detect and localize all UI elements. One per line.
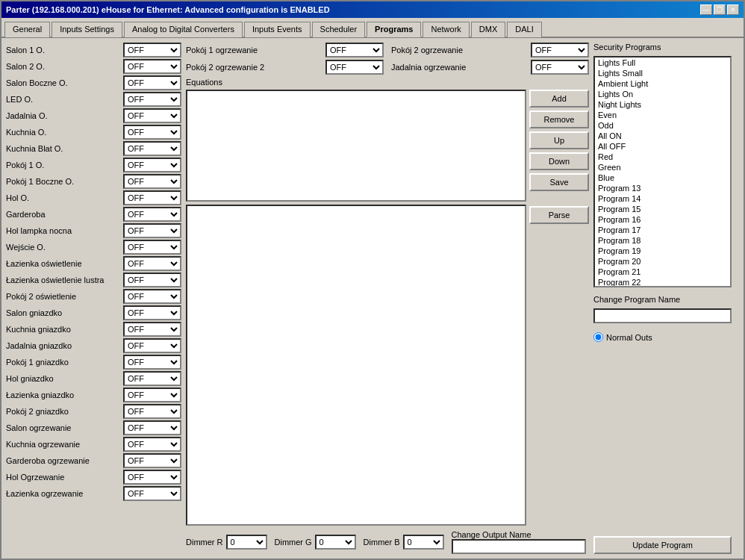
salon-boczne-dropdown[interactable]: OFF (123, 75, 181, 90)
list-item[interactable]: Program 18 (595, 235, 730, 246)
tab-network[interactable]: Network (423, 22, 469, 37)
close-button[interactable]: ✕ (727, 4, 739, 15)
hol-lampka-dropdown[interactable]: OFF (123, 223, 181, 238)
list-item: Salon gniazdko OFF (6, 305, 181, 320)
equations-textarea[interactable] (187, 91, 525, 200)
list-item[interactable]: Program 19 (595, 246, 730, 256)
garderoba-dropdown[interactable]: OFF (123, 207, 181, 222)
parse-textarea[interactable] (187, 206, 525, 524)
parse-text-area[interactable] (186, 205, 526, 526)
jadalnia-ogrz-row: Jadalnia ogrzewanie OFF (391, 60, 589, 75)
pokoj2-gniazdko-dropdown[interactable]: OFF (123, 404, 181, 419)
tab-inputs-events[interactable]: Inputs Events (244, 22, 311, 37)
list-item[interactable]: Program 20 (595, 256, 730, 267)
update-program-button[interactable]: Update Program (593, 536, 732, 554)
minimize-button[interactable]: — (700, 4, 712, 15)
jadalnia-gniazdko-dropdown[interactable]: OFF (123, 338, 181, 353)
list-item: Hol O. OFF (6, 190, 181, 205)
change-output-input[interactable] (452, 539, 586, 554)
tab-analog[interactable]: Analog to Digital Converters (124, 22, 243, 37)
list-item: Kuchnia Blat O. OFF (6, 141, 181, 156)
salon-ogrz-dropdown[interactable]: OFF (123, 420, 181, 435)
right-panel: Security Programs Lights Full Lights Sma… (593, 43, 739, 554)
tab-dali[interactable]: DALI (507, 22, 541, 37)
window-title: Parter (192.168.000.201) eHouse for Ethe… (6, 5, 330, 14)
content-area: Salon 1 O. OFF Salon 2 O. OFF Salon Bocz… (1, 38, 744, 559)
kuchnia-blat-dropdown[interactable]: OFF (123, 141, 181, 156)
list-item[interactable]: Blue (595, 172, 730, 183)
salon2-dropdown[interactable]: OFF (123, 59, 181, 74)
add-button[interactable]: Add (529, 90, 589, 108)
salon1-dropdown[interactable]: OFF (123, 43, 181, 57)
lazienka-oswiet-dropdown[interactable]: OFF (123, 256, 181, 271)
kuchnia-dropdown[interactable]: OFF (123, 125, 181, 140)
jadalnia-dropdown[interactable]: OFF (123, 108, 181, 123)
pokoj1-ogrz-dropdown[interactable]: OFF (325, 43, 384, 57)
pokoj2-oswiet-dropdown[interactable]: OFF (123, 289, 181, 304)
change-output-group: Change Output Name (452, 530, 586, 554)
tab-inputs-settings[interactable]: Inputs Settings (52, 22, 122, 37)
list-item[interactable]: Lights Full (595, 57, 730, 68)
tab-programs[interactable]: Programs (367, 22, 421, 37)
list-item[interactable]: All ON (595, 131, 730, 141)
list-item[interactable]: Even (595, 110, 730, 120)
hol-dropdown[interactable]: OFF (123, 190, 181, 205)
pokoj1-gniazdko-dropdown[interactable]: OFF (123, 355, 181, 370)
dimmer-g-group: Dimmer G 0 (275, 535, 356, 550)
up-button[interactable]: Up (529, 131, 589, 149)
lazienka-lustra-dropdown[interactable]: OFF (123, 273, 181, 287)
lazienka-ogrz-dropdown[interactable]: OFF (123, 486, 181, 501)
pokoj1-dropdown[interactable]: OFF (123, 158, 181, 172)
list-item: Łazienka oświetlenie lustra OFF (6, 273, 181, 287)
list-item[interactable]: Program 14 (595, 193, 730, 204)
list-item[interactable]: Night Lights (595, 99, 730, 110)
equations-box[interactable] (186, 90, 526, 202)
dimmer-b-select[interactable]: 0 (403, 535, 444, 550)
list-item[interactable]: Lights Small (595, 68, 730, 78)
kuchnia-gniazdko-dropdown[interactable]: OFF (123, 322, 181, 337)
list-item[interactable]: Program 22 (595, 277, 730, 287)
list-item[interactable]: Program 13 (595, 183, 730, 193)
list-item[interactable]: Lights On (595, 89, 730, 99)
wejscie-dropdown[interactable]: OFF (123, 240, 181, 255)
normal-outs-radio[interactable] (593, 332, 603, 342)
kuchnia-ogrz-dropdown[interactable]: OFF (123, 437, 181, 452)
list-item[interactable]: Program 15 (595, 204, 730, 214)
dimmer-r-group: Dimmer R 0 (186, 535, 267, 550)
list-item: Hol gniazdko OFF (6, 371, 181, 386)
list-item[interactable]: Odd (595, 120, 730, 131)
lazienka-gniazdko-dropdown[interactable]: OFF (123, 388, 181, 402)
hol-gniazdko-dropdown[interactable]: OFF (123, 371, 181, 386)
save-button[interactable]: Save (529, 173, 589, 191)
salon-gniazdko-dropdown[interactable]: OFF (123, 305, 181, 320)
tab-general[interactable]: General (4, 22, 50, 37)
hol-ogrz-dropdown[interactable]: OFF (123, 470, 181, 485)
jadalnia-ogrz-dropdown[interactable]: OFF (531, 60, 589, 75)
security-programs-list[interactable]: Lights Full Lights Small Ambient Light L… (593, 56, 732, 287)
list-item: LED O. OFF (6, 92, 181, 107)
pokoj2-ogrz-dropdown[interactable]: OFF (531, 43, 589, 57)
list-item[interactable]: All OFF (595, 141, 730, 152)
list-item[interactable]: Program 17 (595, 225, 730, 235)
list-item[interactable]: Red (595, 152, 730, 162)
dimmer-g-select[interactable]: 0 (315, 535, 356, 550)
list-item[interactable]: Ambient Light (595, 78, 730, 89)
garderoba-ogrz-dropdown[interactable]: OFF (123, 453, 181, 468)
list-item: Łazienka ogrzewanie OFF (6, 486, 181, 501)
remove-button[interactable]: Remove (529, 111, 589, 128)
tab-dmx[interactable]: DMX (471, 22, 505, 37)
down-button[interactable]: Down (529, 152, 589, 170)
led-dropdown[interactable]: OFF (123, 92, 181, 107)
pokoj2-ogrz2-dropdown[interactable]: OFF (325, 60, 384, 75)
list-item[interactable]: Program 16 (595, 214, 730, 225)
list-item[interactable]: Program 21 (595, 267, 730, 277)
parse-button[interactable]: Parse (529, 206, 589, 224)
pokoj1-boczne-dropdown[interactable]: OFF (123, 174, 181, 189)
list-item: Garderoba ogrzewanie OFF (6, 453, 181, 468)
tab-scheduler[interactable]: Scheduler (312, 22, 366, 37)
list-item[interactable]: Green (595, 162, 730, 172)
dimmer-r-select[interactable]: 0 (226, 535, 267, 550)
list-item: Jadalnia O. OFF (6, 108, 181, 123)
change-program-name-input[interactable] (593, 308, 732, 323)
restore-button[interactable]: ❐ (714, 4, 726, 15)
